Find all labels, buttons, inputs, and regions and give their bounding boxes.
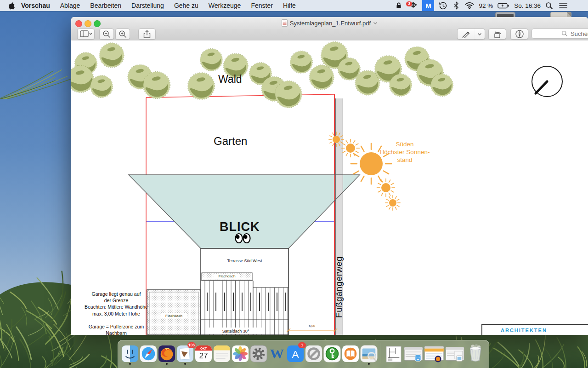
dock-safari[interactable]: [140, 344, 157, 362]
markup-pen-dropdown[interactable]: [475, 29, 485, 40]
dock-calendar[interactable]: OKT 27: [195, 344, 212, 362]
zoom-in-button[interactable]: [115, 29, 130, 40]
zoom-out-button[interactable]: [99, 29, 114, 40]
spotlight-icon[interactable]: [544, 0, 554, 11]
dock-word[interactable]: W: [268, 344, 286, 362]
minimized-finder-thumbnail: [404, 346, 423, 362]
dock-mail[interactable]: 106: [176, 344, 194, 362]
window-toolbar: [71, 29, 588, 41]
dock-system-preferences[interactable]: [250, 344, 267, 362]
clock-restore-icon: [439, 1, 447, 10]
menu-item-darstellung[interactable]: Darstellung: [126, 0, 169, 11]
svg-text:W: W: [270, 346, 284, 362]
desktop-item-fold: [567, 12, 571, 17]
malwarebytes-menu-icon[interactable]: M: [422, 0, 434, 11]
preview-window: Systemlageplan_1.Entwurf.pdf: [71, 17, 588, 335]
dock-books[interactable]: [342, 344, 359, 362]
markup-pen-button[interactable]: [457, 29, 475, 40]
books-icon: [342, 345, 359, 362]
forest-trees: [71, 42, 453, 108]
label-blick: BLICK: [220, 220, 260, 234]
dock: 106 OKT 27: [118, 340, 489, 368]
dimension-line: [287, 328, 337, 332]
markup-toolbar-toggle[interactable]: [510, 29, 528, 40]
padlock-icon: [395, 1, 403, 10]
pen-icon: [462, 30, 471, 38]
bluetooth-icon[interactable]: [452, 0, 460, 11]
search-icon: [561, 30, 568, 37]
sidebar-view-button[interactable]: [77, 29, 95, 40]
wifi-arcs: [465, 2, 474, 9]
dock-keepass[interactable]: [323, 344, 341, 362]
label-flachdach-house: Flachdach: [202, 274, 252, 278]
time-machine-icon[interactable]: [437, 0, 449, 11]
notes-icon: [213, 345, 231, 362]
dock-finder[interactable]: [121, 344, 139, 362]
minimized-browser-thumbnail: [424, 346, 444, 362]
word-icon: W: [268, 345, 286, 362]
label-satteldach: Satteldach 30°: [201, 329, 271, 334]
label-wald: Wald: [218, 73, 242, 86]
list-glyph: [559, 2, 567, 9]
menu-item-hilfe[interactable]: Hilfe: [278, 0, 301, 11]
menu-item-fenster[interactable]: Fenster: [246, 0, 277, 11]
window-titlebar[interactable]: Systemlageplan_1.Entwurf.pdf: [71, 17, 588, 29]
menu-item-vorschau[interactable]: Vorschau: [16, 0, 55, 11]
dock-blocked-app[interactable]: [305, 344, 322, 362]
label-terrasse: Terrasse Süd West: [201, 259, 288, 263]
label-sueden-sonnenstand: Süden Höchster Sonnen- stand: [359, 140, 451, 164]
dock-app-store[interactable]: 1 A: [287, 344, 304, 362]
rotate-icon: [493, 30, 502, 39]
dock-notes[interactable]: [213, 344, 231, 362]
dock-firefox[interactable]: [158, 344, 175, 362]
mail-badge: 106: [187, 342, 196, 348]
label-architekten: ARCHITEKTEN: [482, 325, 588, 333]
share-button[interactable]: [138, 29, 156, 40]
apple-icon: [8, 2, 15, 10]
apple-menu[interactable]: [6, 0, 16, 11]
gear-icon: [250, 345, 267, 362]
rotate-left-button[interactable]: [488, 29, 506, 40]
dock-minimized-pdf-window[interactable]: [384, 344, 403, 362]
battery-icon[interactable]: [496, 0, 511, 11]
menu-item-werkzeuge[interactable]: Werkzeuge: [204, 0, 246, 11]
title-chevron-icon[interactable]: [373, 22, 378, 25]
notification-center-icon[interactable]: [558, 0, 569, 11]
minimized-window-thumbnail: [445, 346, 464, 362]
pdf-proxy-icon[interactable]: [282, 19, 288, 27]
finder-icon: [121, 345, 139, 362]
architekten-title-block: ARCHITEKTEN: [481, 324, 588, 335]
label-fussgaengerweg: Fußgängerweg: [334, 241, 344, 333]
menu-item-gehe-zu[interactable]: Gehe zu: [169, 0, 204, 11]
lock-status-icon[interactable]: [393, 0, 404, 11]
garage-flat-roof: [147, 290, 201, 335]
keepass-key-icon: [323, 345, 341, 362]
prohibition-icon: [305, 345, 322, 362]
battery-charging-glyph: [498, 3, 509, 9]
preview-icon: [360, 345, 378, 362]
menu-clock[interactable]: So. 16:36: [514, 2, 541, 9]
window-title: Systemlageplan_1.Entwurf.pdf: [290, 20, 371, 27]
search-field[interactable]: [531, 29, 588, 39]
label-dimension: 6,00: [298, 324, 326, 328]
wifi-icon[interactable]: [464, 0, 475, 11]
dock-minimized-finder-window[interactable]: [404, 344, 423, 362]
dock-minimized-preview-window[interactable]: [445, 344, 464, 362]
svg-text:OKT: OKT: [200, 347, 207, 350]
svg-text:A: A: [292, 348, 299, 360]
markup-circle-pen-icon: [515, 29, 524, 39]
menu-item-ablage[interactable]: Ablage: [55, 0, 85, 11]
dock-minimized-firefox-window[interactable]: [424, 344, 444, 362]
zoom-out-icon: [102, 30, 111, 38]
battery-percent: 92 %: [479, 2, 493, 9]
label-flachdach-garage: Flachdach: [147, 314, 201, 318]
search-input[interactable]: [570, 30, 588, 38]
dock-trash[interactable]: [465, 344, 486, 362]
dropbox-menu-icon[interactable]: 3: [407, 0, 419, 11]
chevron-down-icon: [477, 33, 482, 36]
sidebar-icon: [80, 30, 92, 38]
dock-photos[interactable]: [232, 344, 249, 362]
pdf-page[interactable]: Wald Garten BLICK Süden Höchster Sonnen-…: [71, 40, 588, 335]
dock-preview[interactable]: [360, 344, 378, 362]
menu-item-bearbeiten[interactable]: Bearbeiten: [85, 0, 126, 11]
